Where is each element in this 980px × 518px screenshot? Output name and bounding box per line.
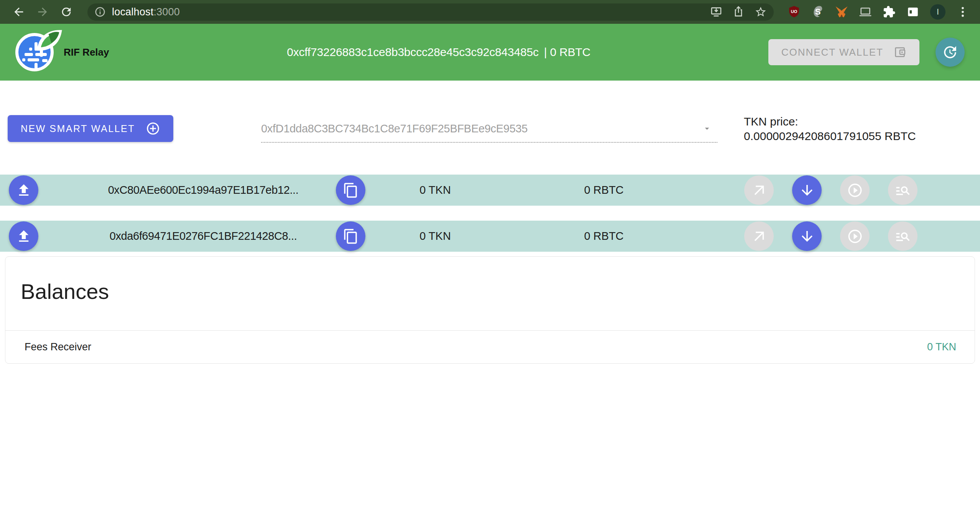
ublock-shield-icon[interactable]: UO <box>788 5 801 18</box>
refresh-button[interactable] <box>936 38 965 67</box>
app-header: RIF Relay 0xcff73226883c1ce8b3bccc28e45c… <box>0 24 980 81</box>
copy-icon <box>343 182 359 198</box>
url-host: localhost <box>112 6 153 18</box>
tkn-price-label: TKN price: <box>744 114 916 129</box>
deploy-wallet-button[interactable] <box>9 221 38 251</box>
fees-receiver-label: Fees Receiver <box>25 341 91 353</box>
menu-dots-icon[interactable] <box>956 5 969 18</box>
site-info-icon[interactable] <box>94 6 106 18</box>
smart-wallet-row: 0xda6f69471E0276FC1BF221428C8... 0 TKN 0… <box>0 221 980 252</box>
inspect-transactions-button[interactable] <box>888 221 918 251</box>
profile-avatar[interactable]: I <box>930 4 945 20</box>
connected-account: 0xcff73226883c1ce8b3bccc28e45c3c92c84348… <box>109 46 768 59</box>
url-text: localhost:3000 <box>112 6 180 18</box>
fees-receiver-value: 0 TKN <box>927 341 956 353</box>
arrow-outward-icon <box>751 182 767 198</box>
controls-row: NEW SMART WALLET 0xfD1dda8C3BC734Bc1C8e7… <box>0 115 980 144</box>
table-row: Fees Receiver 0 TKN <box>5 330 975 363</box>
address-bar[interactable]: localhost:3000 <box>87 3 774 21</box>
wallet-tkn-balance: 0 TKN <box>387 221 483 252</box>
extensions-puzzle-icon[interactable] <box>883 5 896 18</box>
balances-title: Balances <box>21 279 975 304</box>
new-smart-wallet-button[interactable]: NEW SMART WALLET <box>8 115 173 142</box>
tkn-price: TKN price: 0.00000294208601791055 RBTC <box>744 114 916 144</box>
update-clock-icon <box>942 44 958 60</box>
wallet-address: 0xC80AEe600Ec1994a97E1B17eb12... <box>58 175 349 206</box>
metamask-fox-icon[interactable] <box>835 5 848 18</box>
leaf-icon <box>34 28 65 53</box>
app-title: RIF Relay <box>64 46 109 58</box>
tkn-price-value: 0.00000294208601791055 RBTC <box>744 129 916 144</box>
back-icon[interactable] <box>12 5 25 18</box>
execute-button[interactable] <box>840 175 870 205</box>
manage-search-icon <box>895 182 911 198</box>
account-balance: | 0 RBTC <box>544 46 590 58</box>
receive-button[interactable] <box>792 175 822 205</box>
execute-button[interactable] <box>840 221 870 251</box>
surfshark-icon[interactable]: S <box>811 5 824 18</box>
connect-wallet-label: CONNECT WALLET <box>781 46 883 58</box>
account-address: 0xcff73226883c1ce8b3bccc28e45c3c92c84348… <box>287 46 539 58</box>
extensions-area: UO S <box>788 4 969 20</box>
laptop-icon[interactable] <box>859 5 872 18</box>
surfshark-label: S <box>811 7 824 17</box>
side-panel-icon[interactable] <box>906 5 919 18</box>
transfer-out-button[interactable] <box>744 221 774 251</box>
account-select-value: 0xfD1dda8C3BC734Bc1C8e71F69F25BFBEe9cE95… <box>261 122 528 135</box>
new-smart-wallet-label: NEW SMART WALLET <box>21 123 135 134</box>
bookmark-star-icon[interactable] <box>755 6 767 18</box>
connect-wallet-button[interactable]: CONNECT WALLET <box>768 39 919 65</box>
copy-address-button[interactable] <box>336 221 365 251</box>
wallet-rbtc-balance: 0 RBTC <box>554 221 654 252</box>
url-port: :3000 <box>153 6 180 18</box>
transfer-out-button[interactable] <box>744 175 774 205</box>
arrow-down-icon <box>799 182 815 198</box>
receive-button[interactable] <box>792 221 822 251</box>
wallet-rbtc-balance: 0 RBTC <box>554 175 654 206</box>
account-select[interactable]: 0xfD1dda8C3BC734Bc1C8e71F69F25BFBEe9cE95… <box>261 115 717 143</box>
add-circle-icon <box>146 121 160 136</box>
reload-icon[interactable] <box>60 5 73 18</box>
chevron-down-icon <box>702 124 712 134</box>
wallet-tkn-balance: 0 TKN <box>387 175 483 206</box>
upload-icon <box>16 182 32 198</box>
copy-address-button[interactable] <box>336 175 365 205</box>
browser-toolbar: localhost:3000 UO S <box>0 0 980 24</box>
copy-icon <box>343 228 359 244</box>
arrow-outward-icon <box>751 228 767 244</box>
wallet-icon <box>893 46 906 59</box>
play-circle-icon <box>847 182 863 198</box>
upload-icon <box>16 228 32 244</box>
rif-relay-logo-icon <box>15 33 54 71</box>
play-circle-icon <box>847 228 863 244</box>
smart-wallet-row: 0xC80AEe600Ec1994a97E1B17eb12... 0 TKN 0… <box>0 175 980 206</box>
deploy-wallet-button[interactable] <box>9 175 38 205</box>
arrow-down-icon <box>799 228 815 244</box>
manage-search-icon <box>895 228 911 244</box>
balances-card: Balances Fees Receiver 0 TKN <box>5 256 975 364</box>
ublock-label: UO <box>788 9 801 14</box>
wallet-address: 0xda6f69471E0276FC1BF221428C8... <box>58 221 349 252</box>
share-icon[interactable] <box>732 6 745 18</box>
forward-icon[interactable] <box>36 5 49 18</box>
install-desktop-icon[interactable] <box>710 6 722 18</box>
inspect-transactions-button[interactable] <box>888 175 918 205</box>
